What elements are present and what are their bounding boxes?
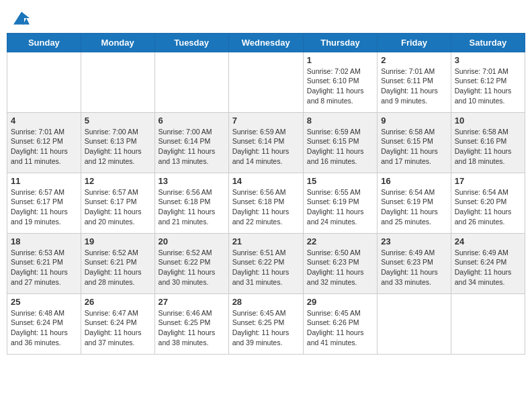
day-info: Sunrise: 6:50 AM Sunset: 6:23 PM Dayligh… bbox=[307, 248, 373, 287]
day-of-week-header: Sunday bbox=[7, 33, 81, 52]
logo-text bbox=[12, 9, 30, 25]
day-number: 8 bbox=[307, 116, 373, 126]
day-info: Sunrise: 6:59 AM Sunset: 6:14 PM Dayligh… bbox=[232, 127, 300, 167]
calendar-day-cell: 2Sunrise: 7:01 AM Sunset: 6:11 PM Daylig… bbox=[378, 52, 451, 112]
calendar-day-cell: 29Sunrise: 6:45 AM Sunset: 6:26 PM Dayli… bbox=[303, 293, 377, 354]
calendar-day-cell: 10Sunrise: 6:58 AM Sunset: 6:16 PM Dayli… bbox=[451, 112, 525, 173]
day-of-week-header: Friday bbox=[378, 33, 451, 52]
day-of-week-header: Saturday bbox=[451, 33, 525, 52]
day-info: Sunrise: 6:51 AM Sunset: 6:22 PM Dayligh… bbox=[232, 248, 300, 287]
calendar-day-cell: 15Sunrise: 6:55 AM Sunset: 6:19 PM Dayli… bbox=[303, 173, 377, 233]
calendar-day-cell bbox=[154, 52, 228, 112]
day-number: 15 bbox=[307, 176, 373, 186]
day-number: 10 bbox=[455, 116, 521, 126]
day-number: 19 bbox=[85, 236, 151, 246]
calendar-day-cell: 28Sunrise: 6:45 AM Sunset: 6:25 PM Dayli… bbox=[228, 293, 303, 354]
calendar-day-cell: 5Sunrise: 7:00 AM Sunset: 6:13 PM Daylig… bbox=[81, 112, 154, 173]
day-number: 23 bbox=[381, 236, 447, 246]
day-info: Sunrise: 7:00 AM Sunset: 6:14 PM Dayligh… bbox=[159, 127, 225, 167]
calendar-day-cell bbox=[451, 293, 525, 354]
day-number: 26 bbox=[85, 297, 151, 307]
day-of-week-header: Monday bbox=[81, 33, 154, 52]
calendar-week-row: 11Sunrise: 6:57 AM Sunset: 6:17 PM Dayli… bbox=[7, 173, 525, 233]
calendar-day-cell: 18Sunrise: 6:53 AM Sunset: 6:21 PM Dayli… bbox=[7, 233, 81, 293]
day-of-week-header: Wednesday bbox=[228, 33, 303, 52]
day-of-week-header: Thursday bbox=[303, 33, 377, 52]
logo-icon bbox=[13, 11, 30, 25]
day-number: 17 bbox=[455, 176, 521, 186]
day-number: 21 bbox=[232, 236, 300, 246]
day-number: 12 bbox=[85, 176, 151, 186]
calendar-day-cell: 7Sunrise: 6:59 AM Sunset: 6:14 PM Daylig… bbox=[228, 112, 303, 173]
day-info: Sunrise: 6:56 AM Sunset: 6:18 PM Dayligh… bbox=[159, 187, 225, 227]
day-of-week-header: Tuesday bbox=[154, 33, 228, 52]
calendar-day-cell: 4Sunrise: 7:01 AM Sunset: 6:12 PM Daylig… bbox=[7, 112, 81, 173]
day-info: Sunrise: 7:01 AM Sunset: 6:12 PM Dayligh… bbox=[11, 127, 77, 167]
calendar-day-cell: 26Sunrise: 6:47 AM Sunset: 6:24 PM Dayli… bbox=[81, 293, 154, 354]
calendar-day-cell: 20Sunrise: 6:52 AM Sunset: 6:22 PM Dayli… bbox=[154, 233, 228, 293]
day-number: 2 bbox=[381, 55, 447, 65]
calendar-day-cell: 21Sunrise: 6:51 AM Sunset: 6:22 PM Dayli… bbox=[228, 233, 303, 293]
day-number: 13 bbox=[159, 176, 225, 186]
day-info: Sunrise: 6:55 AM Sunset: 6:19 PM Dayligh… bbox=[307, 187, 373, 227]
calendar-day-cell: 9Sunrise: 6:58 AM Sunset: 6:15 PM Daylig… bbox=[378, 112, 451, 173]
day-number: 24 bbox=[455, 236, 521, 246]
calendar-week-row: 4Sunrise: 7:01 AM Sunset: 6:12 PM Daylig… bbox=[7, 112, 525, 173]
day-info: Sunrise: 6:57 AM Sunset: 6:17 PM Dayligh… bbox=[11, 187, 77, 227]
day-number: 1 bbox=[307, 55, 373, 65]
day-info: Sunrise: 6:47 AM Sunset: 6:24 PM Dayligh… bbox=[85, 308, 151, 348]
day-number: 20 bbox=[159, 236, 225, 246]
day-info: Sunrise: 7:02 AM Sunset: 6:10 PM Dayligh… bbox=[307, 66, 373, 106]
day-number: 28 bbox=[232, 297, 300, 307]
calendar-day-cell: 19Sunrise: 6:52 AM Sunset: 6:21 PM Dayli… bbox=[81, 233, 154, 293]
day-info: Sunrise: 6:49 AM Sunset: 6:23 PM Dayligh… bbox=[381, 248, 447, 287]
day-info: Sunrise: 6:59 AM Sunset: 6:15 PM Dayligh… bbox=[307, 127, 373, 167]
day-info: Sunrise: 6:54 AM Sunset: 6:19 PM Dayligh… bbox=[381, 187, 447, 227]
day-number: 4 bbox=[11, 116, 77, 126]
calendar-day-cell: 24Sunrise: 6:49 AM Sunset: 6:24 PM Dayli… bbox=[451, 233, 525, 293]
day-info: Sunrise: 6:56 AM Sunset: 6:18 PM Dayligh… bbox=[232, 187, 300, 227]
day-number: 29 bbox=[307, 297, 373, 307]
calendar-day-cell: 14Sunrise: 6:56 AM Sunset: 6:18 PM Dayli… bbox=[228, 173, 303, 233]
day-info: Sunrise: 6:52 AM Sunset: 6:22 PM Dayligh… bbox=[159, 248, 225, 287]
day-info: Sunrise: 6:58 AM Sunset: 6:15 PM Dayligh… bbox=[381, 127, 447, 167]
calendar-header-row: SundayMondayTuesdayWednesdayThursdayFrid… bbox=[7, 33, 525, 52]
day-info: Sunrise: 6:58 AM Sunset: 6:16 PM Dayligh… bbox=[455, 127, 521, 167]
day-info: Sunrise: 6:53 AM Sunset: 6:21 PM Dayligh… bbox=[11, 248, 77, 287]
logo bbox=[12, 9, 30, 25]
day-info: Sunrise: 6:52 AM Sunset: 6:21 PM Dayligh… bbox=[85, 248, 151, 287]
calendar-week-row: 18Sunrise: 6:53 AM Sunset: 6:21 PM Dayli… bbox=[7, 233, 525, 293]
calendar-day-cell bbox=[378, 293, 451, 354]
day-info: Sunrise: 7:01 AM Sunset: 6:12 PM Dayligh… bbox=[455, 66, 521, 106]
day-number: 22 bbox=[307, 236, 373, 246]
calendar-day-cell: 13Sunrise: 6:56 AM Sunset: 6:18 PM Dayli… bbox=[154, 173, 228, 233]
calendar-week-row: 25Sunrise: 6:48 AM Sunset: 6:24 PM Dayli… bbox=[7, 293, 525, 354]
day-number: 9 bbox=[381, 116, 447, 126]
calendar-day-cell bbox=[7, 52, 81, 112]
day-number: 14 bbox=[232, 176, 300, 186]
calendar-day-cell bbox=[81, 52, 154, 112]
calendar-day-cell: 6Sunrise: 7:00 AM Sunset: 6:14 PM Daylig… bbox=[154, 112, 228, 173]
day-number: 6 bbox=[159, 116, 225, 126]
calendar-day-cell: 3Sunrise: 7:01 AM Sunset: 6:12 PM Daylig… bbox=[451, 52, 525, 112]
day-number: 25 bbox=[11, 297, 77, 307]
day-info: Sunrise: 6:54 AM Sunset: 6:20 PM Dayligh… bbox=[455, 187, 521, 227]
day-number: 7 bbox=[232, 116, 300, 126]
day-number: 16 bbox=[381, 176, 447, 186]
day-info: Sunrise: 6:46 AM Sunset: 6:25 PM Dayligh… bbox=[159, 308, 225, 348]
day-info: Sunrise: 6:57 AM Sunset: 6:17 PM Dayligh… bbox=[85, 187, 151, 227]
day-number: 3 bbox=[455, 55, 521, 65]
day-number: 11 bbox=[11, 176, 77, 186]
day-info: Sunrise: 7:00 AM Sunset: 6:13 PM Dayligh… bbox=[85, 127, 151, 167]
calendar-day-cell: 16Sunrise: 6:54 AM Sunset: 6:19 PM Dayli… bbox=[378, 173, 451, 233]
calendar-day-cell bbox=[228, 52, 303, 112]
day-number: 27 bbox=[159, 297, 225, 307]
day-info: Sunrise: 6:48 AM Sunset: 6:24 PM Dayligh… bbox=[11, 308, 77, 348]
calendar-week-row: 1Sunrise: 7:02 AM Sunset: 6:10 PM Daylig… bbox=[7, 52, 525, 112]
calendar-table: SundayMondayTuesdayWednesdayThursdayFrid… bbox=[7, 33, 525, 355]
calendar-day-cell: 17Sunrise: 6:54 AM Sunset: 6:20 PM Dayli… bbox=[451, 173, 525, 233]
day-info: Sunrise: 6:45 AM Sunset: 6:26 PM Dayligh… bbox=[307, 308, 373, 348]
calendar-day-cell: 12Sunrise: 6:57 AM Sunset: 6:17 PM Dayli… bbox=[81, 173, 154, 233]
calendar-day-cell: 23Sunrise: 6:49 AM Sunset: 6:23 PM Dayli… bbox=[378, 233, 451, 293]
day-info: Sunrise: 6:45 AM Sunset: 6:25 PM Dayligh… bbox=[232, 308, 300, 348]
